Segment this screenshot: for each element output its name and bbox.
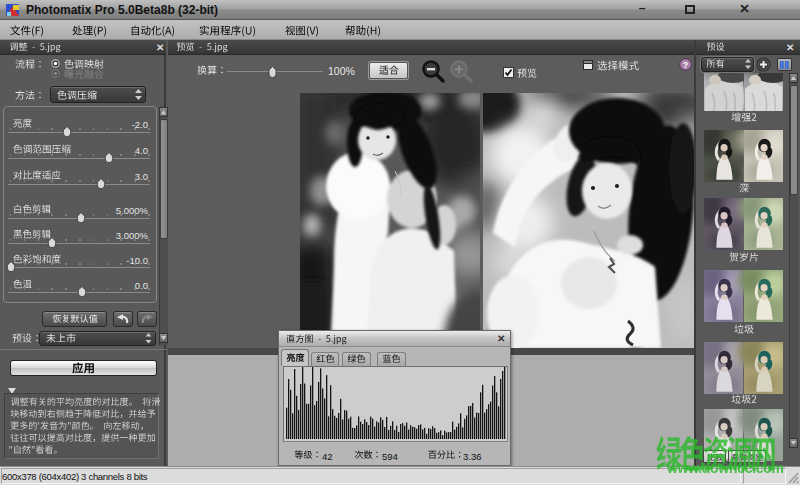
svg-text:?: ? xyxy=(683,60,689,70)
